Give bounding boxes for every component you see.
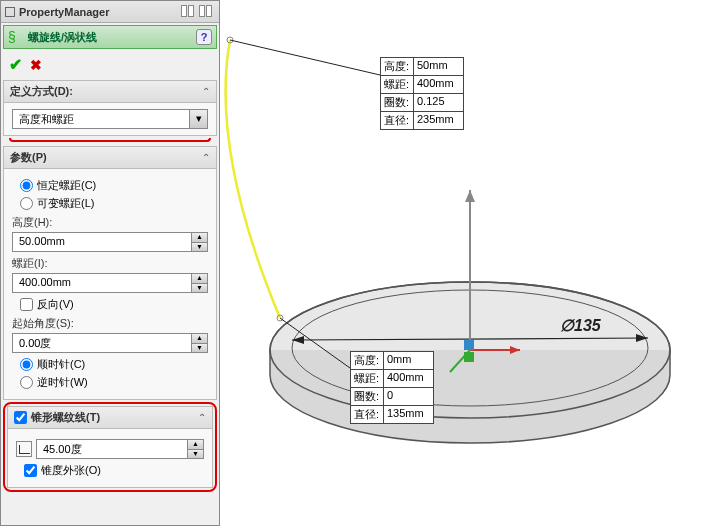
ok-button[interactable]: ✔	[9, 55, 22, 74]
section-params-title: 参数(P)	[10, 150, 202, 165]
panel-menu-icon[interactable]	[5, 7, 15, 17]
property-manager-panel: PropertyManager § 螺旋线/涡状线 ? ✔ ✖ 定义方式(D):…	[0, 0, 220, 526]
svg-marker-11	[465, 190, 475, 202]
svg-line-5	[230, 40, 380, 75]
section-taper: 锥形螺纹线(T) ⌃ 45.00度 ▲▼ 锥度外张(O)	[7, 406, 213, 488]
helix-icon: §	[8, 29, 24, 45]
radio-constant-pitch[interactable]: 恒定螺距(C)	[20, 178, 208, 193]
collapse-icon: ⌃	[198, 412, 206, 423]
annotation-mark-1	[9, 138, 211, 142]
section-definition-title: 定义方式(D):	[10, 84, 202, 99]
reverse-checkbox[interactable]: 反向(V)	[20, 297, 208, 312]
panel-title: PropertyManager	[19, 6, 179, 18]
dropdown-arrow-icon: ▾	[189, 110, 207, 128]
radio-variable-pitch[interactable]: 可变螺距(L)	[20, 196, 208, 211]
spinner-icon[interactable]: ▲▼	[191, 334, 207, 352]
section-params-header[interactable]: 参数(P) ⌃	[4, 147, 216, 169]
angle-icon	[16, 441, 32, 457]
help-button[interactable]: ?	[196, 29, 212, 45]
start-angle-label: 起始角度(S):	[12, 316, 208, 331]
pitch-input[interactable]: 400.00mm ▲▼	[12, 273, 208, 293]
svg-rect-15	[464, 352, 474, 362]
taper-angle-input[interactable]: 45.00度 ▲▼	[36, 439, 204, 459]
definition-dropdown-value: 高度和螺距	[13, 110, 189, 128]
svg-rect-16	[464, 340, 474, 350]
spinner-icon[interactable]: ▲▼	[191, 233, 207, 251]
cancel-button[interactable]: ✖	[30, 57, 42, 73]
taper-outward-checkbox[interactable]: 锥度外张(O)	[24, 463, 204, 478]
start-angle-input[interactable]: 0.00度 ▲▼	[12, 333, 208, 353]
spinner-icon[interactable]: ▲▼	[191, 274, 207, 292]
collapse-icon: ⌃	[202, 152, 210, 163]
section-params: 参数(P) ⌃ 恒定螺距(C) 可变螺距(L) 高度(H): 50.00mm ▲…	[3, 146, 217, 400]
panel-layout-icon-1[interactable]	[181, 5, 197, 19]
definition-dropdown[interactable]: 高度和螺距 ▾	[12, 109, 208, 129]
pitch-label: 螺距(I):	[12, 256, 208, 271]
spinner-icon[interactable]: ▲▼	[187, 440, 203, 458]
feature-name: 螺旋线/涡状线	[28, 30, 196, 45]
callout-bottom[interactable]: 高度:0mm 螺距:400mm 圈数:0 直径:135mm	[350, 352, 434, 424]
confirm-actions: ✔ ✖	[1, 51, 219, 78]
radio-cw[interactable]: 顺时针(C)	[20, 357, 208, 372]
feature-header: § 螺旋线/涡状线 ?	[3, 25, 217, 49]
taper-enable-checkbox[interactable]	[14, 411, 27, 424]
panel-layout-icon-2[interactable]	[199, 5, 215, 19]
collapse-icon: ⌃	[202, 86, 210, 97]
panel-titlebar: PropertyManager	[1, 1, 219, 23]
section-taper-header[interactable]: 锥形螺纹线(T) ⌃	[8, 407, 212, 429]
annotation-mark-2: 锥形螺纹线(T) ⌃ 45.00度 ▲▼ 锥度外张(O)	[3, 402, 217, 492]
height-label: 高度(H):	[12, 215, 208, 230]
diameter-dimension[interactable]: ∅135	[560, 316, 601, 335]
section-definition-header[interactable]: 定义方式(D): ⌃	[4, 81, 216, 103]
graphics-view[interactable]: ∅135 高度:50mm 螺距:400mm 圈数:0.125 直径:235mm …	[220, 0, 705, 526]
height-input[interactable]: 50.00mm ▲▼	[12, 232, 208, 252]
radio-ccw[interactable]: 逆时针(W)	[20, 375, 208, 390]
callout-top[interactable]: 高度:50mm 螺距:400mm 圈数:0.125 直径:235mm	[380, 58, 464, 130]
section-definition: 定义方式(D): ⌃ 高度和螺距 ▾	[3, 80, 217, 136]
section-taper-title: 锥形螺纹线(T)	[31, 410, 198, 425]
